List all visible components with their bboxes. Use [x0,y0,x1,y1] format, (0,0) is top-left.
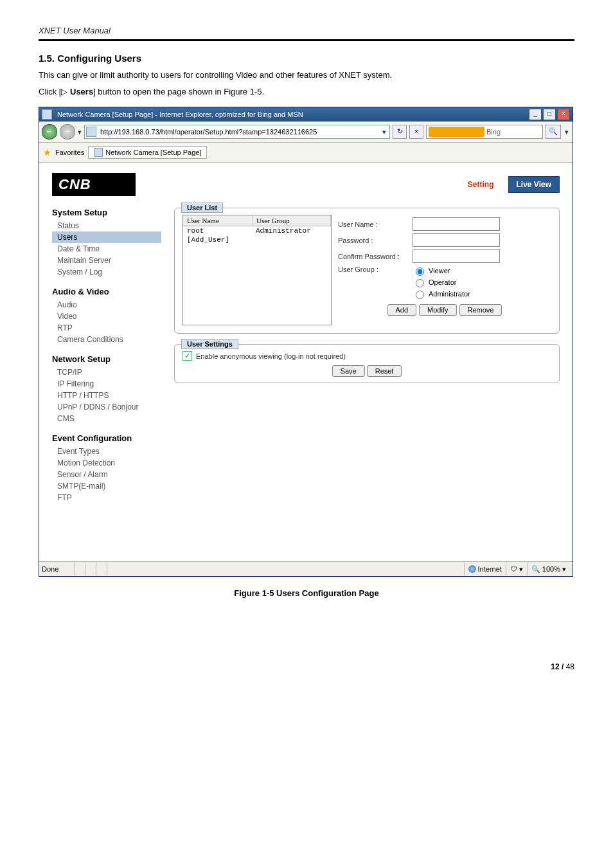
shield-icon: 🛡 [510,565,517,573]
input-username[interactable] [413,217,500,231]
radio-operator[interactable]: Operator [413,277,470,287]
stop-button[interactable]: × [409,125,423,139]
maximize-button[interactable]: □ [543,109,556,120]
modify-button[interactable]: Modify [419,304,456,316]
radio-label: Operator [429,278,456,286]
status-done: Done [42,565,74,573]
page-footer: 12 / 48 [0,662,613,684]
cell-group [252,235,331,244]
refresh-button[interactable]: ↻ [393,125,407,139]
sidebar-item-maintain[interactable]: Maintain Server [52,255,161,266]
sidebar-item-ipfilter[interactable]: IP Filtering [52,378,161,390]
text-bold: Users [67,87,93,96]
favorites-label: Favorites [55,149,84,156]
remove-button[interactable]: Remove [459,304,502,316]
sidebar-item-camera[interactable]: Camera Conditions [52,334,161,345]
back-button[interactable]: ← [42,124,57,140]
sidebar: System Setup Status Users Date & Time Ma… [52,208,161,512]
cell-group: Administrator [252,226,331,235]
input-confirm[interactable] [413,249,500,263]
nav-group-av: Audio & Video [52,287,161,296]
figure-caption: Figure 1-5 Users Configuration Page [39,588,574,598]
radio-viewer[interactable]: Viewer [413,266,470,276]
body-para-2: Click [▷ Users] button to open the page … [39,86,574,98]
search-button[interactable]: 🔍 [546,125,561,139]
save-button[interactable]: Save [332,365,365,377]
user-listbox[interactable]: User Name User Group root Administrator [182,215,332,325]
anon-label: Enable anonymous viewing (log-in not req… [196,352,346,360]
window-titlebar: Network Camera [Setup Page] - Internet E… [39,107,573,122]
sidebar-item-sensor[interactable]: Sensor / Alarm [52,469,161,480]
sidebar-item-motion[interactable]: Motion Detection [52,457,161,469]
list-row[interactable]: root Administrator [183,226,331,235]
cell-name: root [183,226,252,235]
nav-group-event: Event Configuration [52,433,161,443]
sidebar-item-status[interactable]: Status [52,220,161,231]
body-para-1: This can give or limit authority to user… [39,69,574,82]
userlist-fieldset: User List User Name User Group root [174,208,560,334]
text: Click [ [39,87,61,96]
status-zoom[interactable]: 🔍100% ▾ [527,563,570,575]
address-field[interactable]: ▾ [84,125,390,139]
tab-label: Network Camera [Setup Page] [105,149,201,156]
zone-label: Internet [478,565,502,573]
sidebar-item-http[interactable]: HTTP / HTTPS [52,390,161,401]
triangle-icon: ▷ [61,86,67,98]
dropdown-icon[interactable]: ▾ [78,128,82,136]
sidebar-item-ftp[interactable]: FTP [52,492,161,503]
status-zone: Internet [464,563,506,575]
nav-setting[interactable]: Setting [459,176,503,193]
radio-admin[interactable]: Administrator [413,289,470,299]
anon-checkbox[interactable]: ✓ [182,351,192,361]
search-box[interactable]: Bing [426,125,543,139]
page-icon [94,148,103,157]
sidebar-item-users[interactable]: Users [52,231,161,243]
sidebar-item-systemlog[interactable]: System / Log [52,266,161,278]
close-button[interactable]: × [557,109,570,120]
sidebar-item-rtp[interactable]: RTP [52,322,161,334]
list-row[interactable]: [Add_User] [183,235,331,244]
nav-live-view[interactable]: Live View [508,176,560,193]
bing-icon [429,127,484,137]
userlist-legend: User List [181,203,223,213]
radio-label: Viewer [429,267,450,275]
sidebar-item-datetime[interactable]: Date & Time [52,243,161,255]
sidebar-item-cms[interactable]: CMS [52,413,161,424]
sidebar-item-tcpip[interactable]: TCP/IP [52,366,161,378]
logo-letter: C [58,176,69,193]
radio-label: Administrator [429,290,470,298]
sidebar-item-audio[interactable]: Audio [52,299,161,311]
chevron-down-icon[interactable]: ▾ [380,128,388,136]
label-username: User Name : [338,221,409,228]
url-input[interactable] [99,127,380,136]
browser-tab[interactable]: Network Camera [Setup Page] [88,146,207,159]
reset-button[interactable]: Reset [367,365,402,377]
logo-letter: B [80,176,91,193]
usersettings-fieldset: User Settings ✓ Enable anonymous viewing… [174,344,560,383]
doc-header: XNET User Manual [39,26,574,35]
address-bar: ← → ▾ ▾ ↻ × Bing 🔍 ▾ [39,122,573,143]
status-protected: 🛡▾ [506,563,527,575]
label-password: Password : [338,237,409,244]
input-password[interactable] [413,233,500,247]
chevron-down-icon[interactable]: ▾ [564,128,570,136]
section-title: 1.5. Configuring Users [39,53,574,64]
add-button[interactable]: Add [387,304,417,316]
zoom-icon: 🔍 [531,565,540,574]
sidebar-item-eventtypes[interactable]: Event Types [52,446,161,457]
sidebar-item-smtp[interactable]: SMTP(E-mail) [52,480,161,492]
page-icon [86,127,96,137]
favorites-star-icon[interactable]: ★ [43,147,51,158]
favorites-bar: ★ Favorites Network Camera [Setup Page] [39,143,573,163]
sidebar-item-upnp[interactable]: UPnP / DDNS / Bonjour [52,401,161,413]
forward-button[interactable]: → [60,124,75,140]
ie-window: Network Camera [Setup Page] - Internet E… [39,107,573,577]
sidebar-item-video[interactable]: Video [52,311,161,322]
user-form: User Name : Password : Confirm Password … [338,215,551,325]
brand-logo: CNB [52,173,136,196]
divider [39,39,574,41]
minimize-button[interactable]: _ [529,109,542,120]
col-usergroup: User Group [253,215,331,226]
col-username: User Name [183,215,253,226]
window-title: Network Camera [Setup Page] - Internet E… [55,111,529,118]
